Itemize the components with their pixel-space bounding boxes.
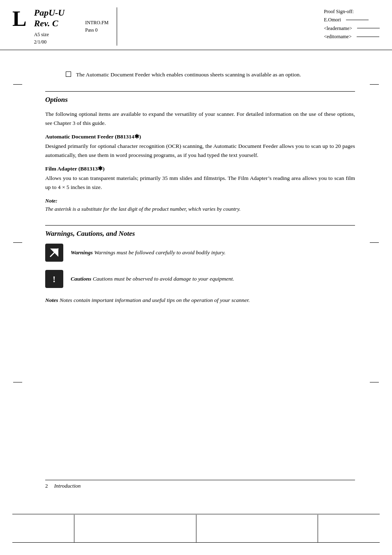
bullet-section: The Automatic Document Feeder which enab… [45, 71, 355, 79]
proof-line-3 [357, 37, 379, 37]
header-proof-block: Proof Sign-off: E.Omori <leadername> <ed… [324, 7, 380, 46]
film-heading: Film Adapter (B81313✱) [45, 165, 355, 172]
bottom-vline-center [196, 515, 196, 543]
page-number: 2 [45, 483, 48, 489]
warnings-divider [45, 225, 355, 226]
caution-exclaim-icon: ! [48, 273, 60, 285]
warnings-heading: Warnings, Cautions, and Notes [45, 230, 355, 238]
adf-text: Designed primarily for optional characte… [45, 142, 355, 159]
note-text: The asterisk is a substitute for the las… [45, 205, 355, 213]
bullet-item: The Automatic Document Feeder which enab… [66, 71, 355, 79]
header: L PapU-U Rev. C A5 size 2/1/00 INTRO.FM … [0, 0, 392, 50]
proof-line-1 [346, 20, 369, 20]
note-heading: Note: [45, 198, 355, 204]
warning-text: Warnings Warnings must be followed caref… [71, 249, 226, 257]
margin-tick-left-1 [13, 84, 22, 85]
header-title-block: PapU-U Rev. C A5 size 2/1/00 [34, 7, 65, 46]
main-content: The Automatic Document Feeder which enab… [0, 71, 392, 305]
warning-item: Warnings Warnings must be followed caref… [45, 244, 355, 262]
warnings-section: Warnings, Cautions, and Notes Warnings W… [45, 225, 355, 304]
header-letter: L [12, 8, 27, 46]
bottom-vline-right [318, 515, 318, 543]
caution-text: Cautions Cautions must be observed to av… [71, 275, 234, 283]
footer-text: 2 Introduction [45, 483, 355, 489]
bottom-area [0, 489, 392, 555]
svg-text:!: ! [53, 274, 55, 284]
adf-heading: Automatic Document Feeder (B81314✱) [45, 133, 355, 140]
margin-tick-right-2 [370, 242, 379, 243]
bottom-vline-left [74, 515, 74, 543]
caution-icon-box: ! [45, 270, 63, 288]
header-file-block: INTRO.FM Pass 0 [85, 19, 108, 46]
bottom-border-top [12, 514, 380, 514]
footer: 2 Introduction [0, 480, 392, 489]
options-heading: Options [45, 96, 355, 104]
margin-tick-right-3 [370, 382, 379, 382]
options-intro: The following optional items are availab… [45, 110, 355, 127]
header-title: PapU-U Rev. C [34, 7, 65, 29]
header-divider [117, 7, 117, 46]
margin-tick-left-2 [13, 242, 22, 243]
warning-arrow-icon [48, 247, 60, 258]
film-text: Allows you to scan transparent materials… [45, 174, 355, 191]
margin-tick-left-3 [13, 382, 22, 382]
page: L PapU-U Rev. C A5 size 2/1/00 INTRO.FM … [0, 0, 392, 555]
bullet-text: The Automatic Document Feeder which enab… [76, 71, 301, 79]
footer-divider [45, 480, 355, 480]
checkbox-icon [66, 71, 71, 77]
section-title: Introduction [54, 483, 81, 489]
caution-item: ! Cautions Cautions must be observed to … [45, 270, 355, 288]
warning-icon-box [45, 244, 63, 262]
margin-tick-right-1 [370, 84, 379, 85]
options-divider [45, 91, 355, 92]
header-sub: A5 size 2/1/00 [34, 31, 65, 46]
proof-line-2 [357, 28, 380, 28]
notes-text: Notes Notes contain important informatio… [45, 296, 355, 304]
